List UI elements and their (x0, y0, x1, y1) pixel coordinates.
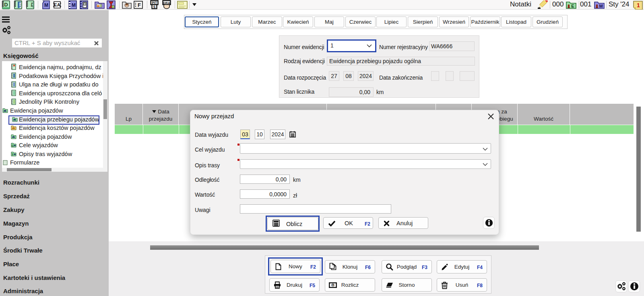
svg-text:F: F (138, 2, 141, 8)
svg-text:EA: EA (54, 2, 60, 7)
svg-text:DRA: DRA (163, 1, 170, 5)
svg-text:M: M (72, 2, 76, 8)
svg-text:PIT: PIT (152, 1, 157, 5)
svg-text:5: 5 (153, 5, 155, 9)
svg-text:1: 1 (637, 2, 640, 8)
svg-text:M: M (44, 2, 48, 8)
svg-text:JPK: JPK (31, 2, 33, 8)
svg-text:C: C (12, 144, 14, 147)
svg-text:E: E (571, 4, 574, 8)
svg-text:M: M (599, 4, 603, 8)
svg-text:T: T (12, 153, 14, 156)
svg-text:KPR: KPR (19, 2, 22, 8)
svg-text:D: D (4, 2, 8, 8)
